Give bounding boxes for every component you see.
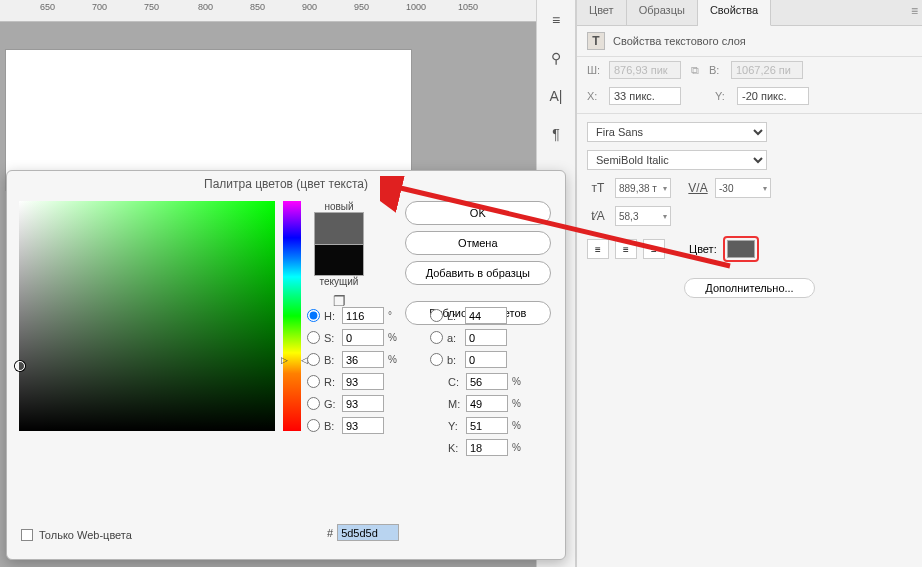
more-options-button[interactable]: Дополнительно... — [684, 278, 814, 298]
ruler-tick: 750 — [144, 2, 159, 12]
x-label: X: — [587, 90, 603, 102]
tab-color[interactable]: Цвет — [577, 0, 627, 25]
color-field-cursor[interactable] — [15, 361, 25, 371]
bri-input[interactable] — [342, 351, 384, 368]
a-label: a: — [447, 332, 461, 344]
panel-tabs: Цвет Образцы Свойства ≡ — [577, 0, 922, 26]
paragraph-panel-icon[interactable]: ¶ — [544, 122, 568, 146]
b-label: b: — [447, 354, 461, 366]
height-label: В: — [709, 64, 725, 76]
ruler-tick: 850 — [250, 2, 265, 12]
text-layer-icon: T — [587, 32, 605, 50]
green-radio[interactable] — [307, 397, 320, 410]
panel-menu-icon[interactable]: ≡ — [911, 4, 918, 18]
text-color-swatch[interactable] — [727, 240, 755, 258]
y-input[interactable] — [466, 417, 508, 434]
blue-radio[interactable] — [307, 419, 320, 432]
new-label: новый — [324, 201, 353, 212]
color-picker-dialog: Палитра цветов (цвет текста) ▷ ◁ новый т… — [6, 170, 566, 560]
bri-radio[interactable] — [307, 353, 320, 366]
canvas[interactable] — [6, 50, 411, 190]
web-colors-label: Только Web-цвета — [39, 529, 132, 541]
ruler-tick: 900 — [302, 2, 317, 12]
add-to-swatches-button[interactable]: Добавить в образцы — [405, 261, 551, 285]
m-label: M: — [448, 398, 462, 410]
a-radio[interactable] — [430, 331, 443, 344]
tab-properties[interactable]: Свойства — [698, 0, 771, 26]
cancel-button[interactable]: Отмена — [405, 231, 551, 255]
red-radio[interactable] — [307, 375, 320, 388]
hue-radio[interactable] — [307, 309, 320, 322]
l-input[interactable] — [465, 307, 507, 324]
y-input[interactable] — [737, 87, 809, 105]
c-label: C: — [448, 376, 462, 388]
b-radio[interactable] — [430, 353, 443, 366]
ruler-tick: 650 — [40, 2, 55, 12]
k-unit: % — [512, 442, 524, 453]
red-input[interactable] — [342, 373, 384, 390]
ruler-tick: 1050 — [458, 2, 478, 12]
character-panel-icon[interactable]: A| — [544, 84, 568, 108]
hex-input[interactable] — [337, 524, 399, 541]
align-right-button[interactable]: ≡ — [643, 239, 665, 259]
text-color-swatch-highlight — [723, 236, 759, 262]
k-label: K: — [448, 442, 462, 454]
font-family-select[interactable]: Fira Sans — [587, 122, 767, 142]
web-colors-checkbox[interactable] — [21, 529, 33, 541]
ruler-tick: 1000 — [406, 2, 426, 12]
tracking-icon: V/A — [687, 178, 709, 198]
sat-radio[interactable] — [307, 331, 320, 344]
hue-slider[interactable] — [283, 201, 301, 431]
color-field[interactable] — [19, 201, 275, 431]
tracking-input[interactable]: -30▾ — [715, 178, 771, 198]
ok-button[interactable]: OK — [405, 201, 551, 225]
ruler-horizontal: 650 700 750 800 850 900 950 1000 1050 — [0, 0, 536, 22]
list-icon[interactable]: ≡ — [544, 8, 568, 32]
font-style-select[interactable]: SemiBold Italic — [587, 150, 767, 170]
hue-slider-handle[interactable]: ▷ ◁ — [281, 355, 308, 365]
blue-label: B: — [324, 420, 338, 432]
font-size-input[interactable]: 889,38 т▾ — [615, 178, 671, 198]
web-colors-only[interactable]: Только Web-цвета — [21, 529, 132, 541]
y-unit: % — [512, 420, 524, 431]
c-unit: % — [512, 376, 524, 387]
l-label: L: — [447, 310, 461, 322]
ruler-tick: 950 — [354, 2, 369, 12]
b-input[interactable] — [465, 351, 507, 368]
blue-input[interactable] — [342, 417, 384, 434]
dialog-title: Палитра цветов (цвет текста) — [7, 171, 565, 197]
bri-unit: % — [388, 354, 400, 365]
link-dimensions-icon[interactable]: ⧉ — [691, 64, 699, 77]
color-label: Цвет: — [689, 243, 717, 255]
align-left-button[interactable]: ≡ — [587, 239, 609, 259]
y-label: Y: — [448, 420, 462, 432]
ruler-tick: 700 — [92, 2, 107, 12]
green-input[interactable] — [342, 395, 384, 412]
hue-label: H: — [324, 310, 338, 322]
hue-input[interactable] — [342, 307, 384, 324]
tab-swatches[interactable]: Образцы — [627, 0, 698, 25]
hash-label: # — [327, 527, 333, 539]
y-label: Y: — [715, 90, 731, 102]
k-input[interactable] — [466, 439, 508, 456]
height-input — [731, 61, 803, 79]
leading-input[interactable]: 58,3▾ — [615, 206, 671, 226]
bri-label: B: — [324, 354, 338, 366]
color-preview-new — [314, 212, 364, 244]
width-input — [609, 61, 681, 79]
a-input[interactable] — [465, 329, 507, 346]
properties-header: T Свойства текстового слоя — [577, 26, 922, 57]
stamp-icon[interactable]: ⚲ — [544, 46, 568, 70]
c-input[interactable] — [466, 373, 508, 390]
current-label: текущий — [320, 276, 359, 287]
l-radio[interactable] — [430, 309, 443, 322]
align-center-button[interactable]: ≡ — [615, 239, 637, 259]
green-label: G: — [324, 398, 338, 410]
sat-input[interactable] — [342, 329, 384, 346]
sat-unit: % — [388, 332, 400, 343]
x-input[interactable] — [609, 87, 681, 105]
hex-row: # — [327, 524, 399, 541]
red-label: R: — [324, 376, 338, 388]
m-input[interactable] — [466, 395, 508, 412]
font-size-icon: тT — [587, 178, 609, 198]
